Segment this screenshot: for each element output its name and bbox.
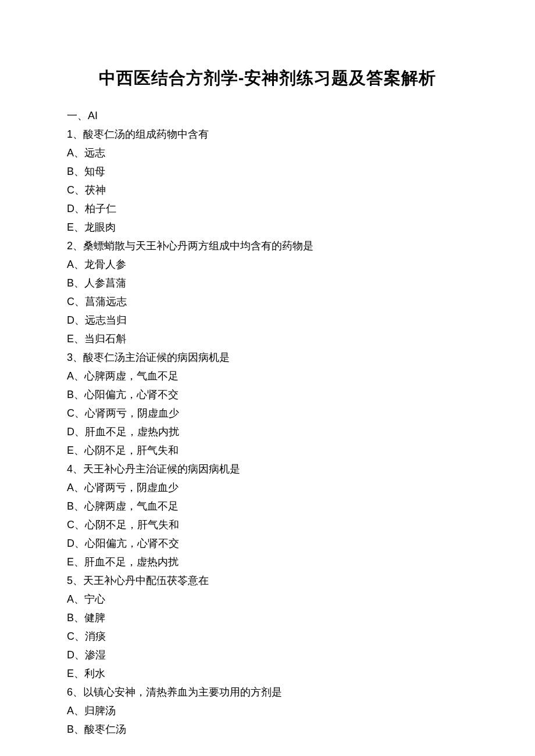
question-number: 1 <box>67 128 73 140</box>
option: B、酸枣仁汤 <box>67 720 468 739</box>
option: C、菖蒲远志 <box>67 292 468 311</box>
option-text: 、肝血不足，虚热内扰 <box>74 426 179 438</box>
option-letter: B <box>67 723 74 735</box>
option-letter: E <box>67 445 74 456</box>
option-letter: E <box>67 668 74 679</box>
option-text: 、宁心 <box>74 593 105 605</box>
option-letter: A <box>67 482 74 493</box>
option-letter: B <box>67 277 74 289</box>
option: E、利水 <box>67 664 468 683</box>
question-stem: 1、酸枣仁汤的组成药物中含有 <box>67 125 468 144</box>
option-letter: C <box>67 184 74 196</box>
option-text: 、心肾两亏，阴虚血少 <box>74 482 179 493</box>
option-letter: D <box>67 314 74 326</box>
question-text: 、桑螵蛸散与天王补心丹两方组成中均含有的药物是 <box>73 240 313 252</box>
section-heading: 一、AI <box>67 106 468 125</box>
option: B、知母 <box>67 162 468 181</box>
option-letter: B <box>67 389 74 400</box>
option-text: 、心阴不足，肝气失和 <box>74 445 179 456</box>
question-stem: 6、以镇心安神，清热养血为主要功用的方剂是 <box>67 683 468 701</box>
option-text: 、知母 <box>74 166 105 177</box>
option-letter: B <box>67 166 74 177</box>
option: A、心脾两虚，气血不足 <box>67 367 468 385</box>
question-stem: 5、天王补心丹中配伍茯苓意在 <box>67 571 468 590</box>
option-letter: A <box>67 705 74 716</box>
option-text: 、茯神 <box>74 184 106 196</box>
option-letter: D <box>67 538 74 549</box>
option: C、心肾两亏，阴虚血少 <box>67 404 468 422</box>
option-text: 、心阳偏亢，心肾不交 <box>74 389 179 400</box>
option-letter: A <box>67 593 74 605</box>
option: C、心阴不足，肝气失和 <box>67 515 468 534</box>
option: B、健脾 <box>67 608 468 627</box>
option-letter: A <box>67 147 74 159</box>
option: D、肝血不足，虚热内扰 <box>67 422 468 441</box>
option-letter: C <box>67 407 74 419</box>
section-code: AI <box>88 110 98 121</box>
option-text: 、心脾两虚，气血不足 <box>74 370 179 382</box>
option-letter: C <box>67 519 74 531</box>
question-text: 、天王补心丹中配伍茯苓意在 <box>73 575 209 586</box>
option: D、柏子仁 <box>67 199 468 218</box>
option-text: 、归脾汤 <box>74 705 116 716</box>
option: B、心脾两虚，气血不足 <box>67 497 468 515</box>
option: A、宁心 <box>67 590 468 608</box>
option-text: 、心肾两亏，阴虚血少 <box>74 407 179 419</box>
questions-list: 1、酸枣仁汤的组成药物中含有A、远志B、知母C、茯神D、柏子仁E、龙眼肉2、桑螵… <box>67 125 468 739</box>
option-letter: A <box>67 259 74 270</box>
option-text: 、肝血不足，虚热内扰 <box>74 556 179 568</box>
option-letter: D <box>67 649 74 661</box>
question-stem: 2、桑螵蛸散与天王补心丹两方组成中均含有的药物是 <box>67 237 468 255</box>
option: A、心肾两亏，阴虚血少 <box>67 478 468 497</box>
question-number: 4 <box>67 463 73 475</box>
option: E、心阴不足，肝气失和 <box>67 441 468 460</box>
question-text: 、天王补心丹主治证候的病因病机是 <box>73 463 240 475</box>
question-number: 5 <box>67 575 73 586</box>
option: D、心阳偏亢，心肾不交 <box>67 534 468 553</box>
option: B、人参菖蒲 <box>67 274 468 292</box>
option-text: 、远志当归 <box>74 314 127 326</box>
option-letter: C <box>67 630 74 642</box>
option-letter: D <box>67 203 74 214</box>
option: A、龙骨人参 <box>67 255 468 274</box>
option-letter: A <box>67 370 74 382</box>
option-text: 、龙眼肉 <box>74 221 116 233</box>
question-number: 2 <box>67 240 73 252</box>
option-text: 、当归石斛 <box>74 333 126 345</box>
option-letter: C <box>67 296 74 307</box>
option-letter: D <box>67 426 74 438</box>
option-letter: B <box>67 612 74 624</box>
page-title: 中西医结合方剂学-安神剂练习题及答案解析 <box>67 67 468 90</box>
option: C、消痰 <box>67 627 468 646</box>
option-text: 、酸枣仁汤 <box>74 723 126 735</box>
question-number: 6 <box>67 686 73 698</box>
option-letter: E <box>67 333 74 345</box>
question-text: 、酸枣仁汤的组成药物中含有 <box>73 128 209 140</box>
option-text: 、人参菖蒲 <box>74 277 126 289</box>
option-text: 、心阴不足，肝气失和 <box>74 519 179 531</box>
option-text: 、心脾两虚，气血不足 <box>74 500 179 512</box>
question-stem: 4、天王补心丹主治证候的病因病机是 <box>67 460 468 478</box>
option: E、当归石斛 <box>67 329 468 348</box>
option-letter: B <box>67 500 74 512</box>
question-stem: 3、酸枣仁汤主治证候的病因病机是 <box>67 348 468 367</box>
option-text: 、远志 <box>74 147 105 159</box>
option-letter: E <box>67 221 74 233</box>
option-text: 、心阳偏亢，心肾不交 <box>74 538 179 549</box>
option: E、龙眼肉 <box>67 218 468 237</box>
option-text: 、渗湿 <box>74 649 106 661</box>
option: E、肝血不足，虚热内扰 <box>67 553 468 571</box>
question-text: 、以镇心安神，清热养血为主要功用的方剂是 <box>73 686 282 698</box>
option: A、归脾汤 <box>67 701 468 720</box>
option: B、心阳偏亢，心肾不交 <box>67 385 468 404</box>
option-text: 、柏子仁 <box>74 203 116 214</box>
option-text: 、利水 <box>74 668 105 679</box>
option: D、远志当归 <box>67 311 468 329</box>
option-text: 、消痰 <box>74 630 106 642</box>
option-text: 、健脾 <box>74 612 105 624</box>
option-letter: E <box>67 556 74 568</box>
option: C、茯神 <box>67 181 468 199</box>
question-text: 、酸枣仁汤主治证候的病因病机是 <box>73 352 230 363</box>
option: A、远志 <box>67 144 468 162</box>
option: D、渗湿 <box>67 646 468 664</box>
